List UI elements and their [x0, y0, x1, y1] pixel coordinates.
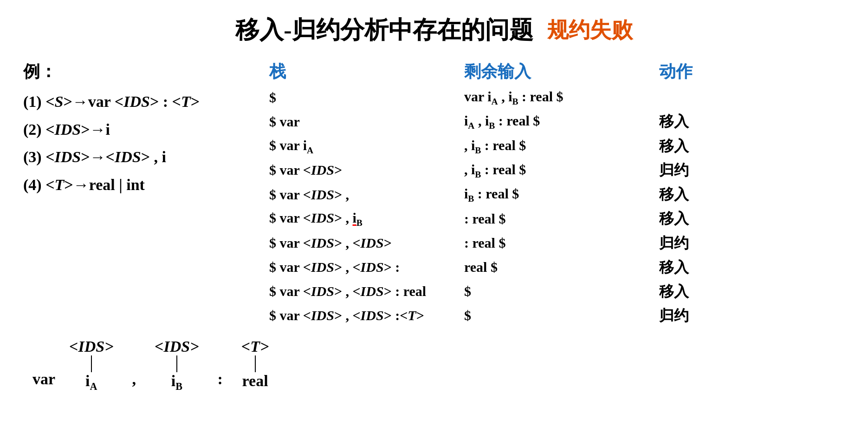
- table-row: $ var <IDS> , <IDS> : real $ 移入: [269, 256, 849, 278]
- header-stack: 栈: [269, 60, 464, 83]
- stack-cell: $ var <IDS>: [269, 159, 464, 180]
- header-remaining: 剩余输入: [464, 60, 659, 83]
- tree-node-ids-b: <IDS> iB: [155, 338, 199, 393]
- remaining-cell: var iA , iB : real $: [464, 86, 659, 108]
- page-title: 移入-归约分析中存在的问题 规约失败: [19, 14, 849, 46]
- production-4: (4) <T>→real | int: [23, 174, 260, 196]
- stack-cell: $ var <IDS> , <IDS> : real: [269, 281, 464, 302]
- tree-node-var: var: [32, 338, 55, 388]
- remaining-cell: $: [464, 281, 659, 302]
- remaining-cell: $: [464, 305, 659, 326]
- remaining-cell: , iB : real $: [464, 159, 659, 181]
- stack-cell: $ var <IDS> , <IDS> :: [269, 256, 464, 277]
- header-action: 动作: [659, 60, 752, 83]
- remaining-cell: real $: [464, 256, 659, 277]
- stack-cell: $ var: [269, 111, 464, 132]
- stack-cell: $ var <IDS> ,: [269, 184, 464, 205]
- table-row: $ var <IDS> , iB : real $ 移入: [269, 207, 849, 230]
- remaining-cell: : real $: [464, 232, 659, 253]
- remaining-cell: , iB : real $: [464, 135, 659, 157]
- table-row: $ var iA , iB : real $ 移入: [269, 135, 849, 157]
- tree-node-T: <T> real: [241, 338, 269, 390]
- title-main: 移入-归约分析中存在的问题: [235, 14, 533, 46]
- tree-node-comma: ,: [132, 338, 136, 388]
- action-cell: 移入: [659, 280, 752, 302]
- table-header: 栈 剩余输入 动作: [269, 60, 849, 83]
- table-row: $ var iA , iB : real $: [269, 86, 849, 108]
- action-cell: 归约: [659, 232, 752, 254]
- tree-node-colon: :: [218, 338, 223, 388]
- content-area: 例： (1) <S>→var <IDS> : <T> (2) <IDS>→i (…: [19, 60, 849, 329]
- stack-cell: $ var <IDS> , <IDS>: [269, 232, 464, 253]
- table-section: 栈 剩余输入 动作 $ var iA , iB : real $ $ var i…: [260, 60, 849, 329]
- stack-cell: $ var <IDS> , iB: [269, 207, 464, 230]
- parse-tree: var <IDS> iA , <IDS> iB : <T> real: [19, 338, 849, 393]
- table-row: $ var <IDS> , <IDS> : real $ 移入: [269, 280, 849, 302]
- action-cell: 移入: [659, 256, 752, 278]
- action-cell: 移入: [659, 135, 752, 157]
- action-cell: 归约: [659, 159, 752, 181]
- remaining-cell: iB : real $: [464, 183, 659, 205]
- action-cell: 归约: [659, 304, 752, 327]
- table-row: $ var <IDS> , <IDS> : real $ 归约: [269, 232, 849, 254]
- remaining-cell: : real $: [464, 208, 659, 229]
- stack-cell: $ var iA: [269, 135, 464, 157]
- table-row: $ var <IDS> , iB : real $ 归约: [269, 159, 849, 181]
- table-row: $ var <IDS> , iB : real $ 移入: [269, 183, 849, 205]
- action-cell: 移入: [659, 207, 752, 230]
- table-row: $ var iA , iB : real $ 移入: [269, 110, 849, 132]
- production-3: (3) <IDS>→<IDS> , i: [23, 146, 260, 168]
- action-cell: 移入: [659, 183, 752, 205]
- action-cell: 移入: [659, 110, 752, 132]
- stack-cell: $ var <IDS> , <IDS> :<T>: [269, 305, 464, 326]
- production-1: (1) <S>→var <IDS> : <T>: [23, 91, 260, 113]
- grammar-section: 例： (1) <S>→var <IDS> : <T> (2) <IDS>→i (…: [19, 60, 260, 329]
- stack-cell: $: [269, 87, 464, 108]
- title-sub: 规约失败: [547, 16, 633, 45]
- example-label: 例：: [23, 60, 260, 83]
- remaining-cell: iA , iB : real $: [464, 110, 659, 132]
- production-2: (2) <IDS>→i: [23, 118, 260, 141]
- table-row: $ var <IDS> , <IDS> :<T> $ 归约: [269, 304, 849, 327]
- tree-node-ids-a: <IDS> iA: [69, 338, 113, 393]
